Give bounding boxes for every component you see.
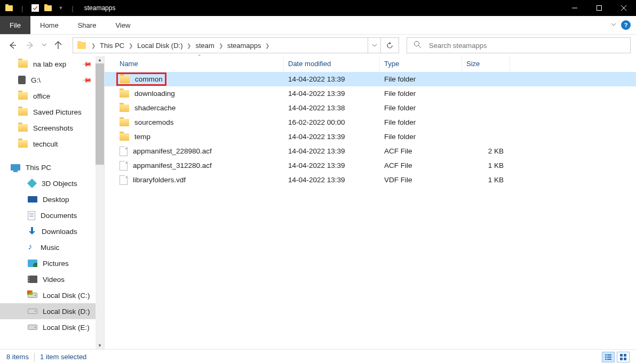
breadcrumb-sep-icon[interactable]: ❯ bbox=[185, 43, 193, 48]
sidebar-item[interactable]: techcult bbox=[0, 136, 104, 152]
recent-dropdown-icon[interactable] bbox=[42, 42, 47, 48]
file-row[interactable]: appmanifest_312280.acf 14-04-2022 13:39 … bbox=[105, 158, 636, 173]
cell-date: 14-04-2022 13:39 bbox=[284, 161, 380, 169]
sidebar-item[interactable]: Documents bbox=[0, 207, 104, 223]
file-name: sourcemods bbox=[134, 118, 174, 126]
tab-view[interactable]: View bbox=[106, 16, 140, 34]
column-header-size[interactable]: Size bbox=[462, 56, 510, 71]
file-row[interactable]: libraryfolders.vdf 14-04-2022 13:39 VDF … bbox=[105, 173, 636, 187]
sidebar-item[interactable]: Desktop bbox=[0, 191, 104, 207]
tab-share[interactable]: Share bbox=[68, 16, 106, 34]
sidebar-item[interactable]: Saved Pictures bbox=[0, 104, 104, 120]
qat-dropdown-icon[interactable]: ▼ bbox=[58, 5, 63, 11]
sidebar-item[interactable]: Screenshots bbox=[0, 120, 104, 136]
cell-type: File folder bbox=[380, 75, 462, 83]
folder-icon bbox=[120, 90, 129, 98]
column-header-name[interactable]: Name ⌃ bbox=[115, 56, 284, 71]
app-icon bbox=[5, 5, 13, 11]
addressbar[interactable]: ❯ This PC ❯ Local Disk (D:) ❯ steam ❯ st… bbox=[73, 37, 399, 53]
statusbar: 8 items 1 item selected bbox=[0, 349, 636, 364]
file-icon bbox=[120, 161, 128, 171]
cell-type: File folder bbox=[380, 133, 462, 141]
scroll-thumb[interactable] bbox=[96, 63, 104, 165]
view-large-button[interactable] bbox=[617, 352, 630, 362]
svg-rect-9 bbox=[605, 354, 607, 355]
scrollbar[interactable]: ▲ ▼ bbox=[96, 56, 104, 349]
sidebar-item[interactable]: Local Disk (E:) bbox=[0, 319, 104, 335]
column-header-date[interactable]: Date modified bbox=[284, 56, 380, 71]
ribbon-expand-icon[interactable] bbox=[610, 21, 617, 29]
sidebar-item[interactable]: Videos bbox=[0, 271, 104, 287]
sidebar-item[interactable]: na lab exp📌 bbox=[0, 56, 104, 72]
cell-type: ACF File bbox=[380, 161, 462, 169]
navbar: ❯ This PC ❯ Local Disk (D:) ❯ steam ❯ st… bbox=[0, 35, 636, 56]
sidebar-item[interactable]: G:\📌 bbox=[0, 72, 104, 88]
cell-name: temp bbox=[115, 133, 284, 141]
cell-date: 16-02-2022 00:00 bbox=[284, 118, 380, 126]
search-input[interactable] bbox=[429, 42, 630, 50]
sidebar-item[interactable]: 3D Objects bbox=[0, 175, 104, 191]
searchbox[interactable] bbox=[407, 37, 631, 53]
sidebar-item-label: Saved Pictures bbox=[33, 108, 82, 116]
minimize-button[interactable] bbox=[562, 0, 587, 16]
file-name: appmanifest_228980.acf bbox=[133, 147, 212, 155]
breadcrumb-sep-icon[interactable]: ❯ bbox=[217, 43, 225, 48]
help-button[interactable]: ? bbox=[621, 20, 631, 30]
sidebar-item-label: Music bbox=[41, 244, 59, 252]
folder-icon bbox=[18, 140, 28, 148]
cell-type: File folder bbox=[380, 104, 462, 112]
svg-rect-15 bbox=[620, 354, 623, 357]
breadcrumb-item[interactable]: steam bbox=[193, 42, 216, 50]
breadcrumb-item[interactable]: This PC bbox=[98, 42, 126, 50]
file-name: libraryfolders.vdf bbox=[133, 176, 186, 184]
svg-rect-16 bbox=[624, 354, 626, 357]
maximize-button[interactable] bbox=[587, 0, 611, 16]
file-row[interactable]: downloading 14-04-2022 13:39 File folder bbox=[105, 86, 636, 101]
cell-type: VDF File bbox=[380, 176, 462, 184]
sidebar-item-label: Videos bbox=[43, 276, 65, 284]
folder-icon bbox=[120, 76, 130, 83]
address-dropdown-icon[interactable] bbox=[368, 38, 380, 53]
close-button[interactable] bbox=[611, 0, 636, 16]
breadcrumb-item[interactable]: Local Disk (D:) bbox=[135, 42, 185, 50]
cell-name: shadercache bbox=[115, 104, 284, 112]
svg-rect-10 bbox=[607, 354, 611, 355]
breadcrumb-sep-icon[interactable]: ❯ bbox=[263, 43, 272, 48]
breadcrumb-item[interactable]: steamapps bbox=[225, 42, 264, 50]
sidebar: na lab exp📌G:\📌officeSaved PicturesScree… bbox=[0, 56, 105, 349]
sidebar-item[interactable]: Downloads bbox=[0, 223, 104, 239]
file-name: common bbox=[135, 75, 163, 83]
scroll-down-icon[interactable]: ▼ bbox=[96, 342, 104, 349]
sd-card-icon bbox=[18, 76, 26, 84]
file-row[interactable]: shadercache 14-04-2022 13:38 File folder bbox=[105, 101, 636, 115]
back-button[interactable] bbox=[5, 38, 19, 52]
svg-rect-18 bbox=[624, 358, 626, 360]
sidebar-item[interactable]: Pictures bbox=[0, 255, 104, 271]
breadcrumb-sep-icon[interactable]: ❯ bbox=[89, 43, 98, 48]
refresh-button[interactable] bbox=[380, 38, 399, 53]
sidebar-item-thispc[interactable]: This PC bbox=[0, 159, 104, 175]
svg-rect-12 bbox=[607, 357, 611, 358]
file-row[interactable]: sourcemods 16-02-2022 00:00 File folder bbox=[105, 115, 636, 130]
file-row[interactable]: appmanifest_228980.acf 14-04-2022 13:39 … bbox=[105, 144, 636, 158]
sidebar-item[interactable]: office bbox=[0, 88, 104, 104]
forward-button[interactable] bbox=[23, 38, 37, 52]
svg-line-8 bbox=[419, 46, 422, 48]
pin-icon: 📌 bbox=[82, 75, 93, 86]
up-button[interactable] bbox=[51, 38, 65, 52]
view-details-button[interactable] bbox=[602, 352, 615, 362]
column-header-type[interactable]: Type bbox=[380, 56, 462, 71]
search-icon bbox=[414, 41, 422, 50]
file-menu[interactable]: File bbox=[0, 16, 30, 34]
breadcrumb-sep-icon[interactable]: ❯ bbox=[126, 43, 135, 48]
sidebar-item[interactable]: ♪Music bbox=[0, 239, 104, 255]
sidebar-item[interactable]: Local Disk (D:) bbox=[0, 303, 104, 319]
sidebar-item[interactable]: Local Disk (C:) bbox=[0, 287, 104, 303]
scroll-up-icon[interactable]: ▲ bbox=[96, 56, 104, 63]
qat-folder-icon[interactable] bbox=[44, 5, 52, 11]
file-row[interactable]: common 14-04-2022 13:39 File folder bbox=[105, 72, 636, 86]
qat-save-icon[interactable] bbox=[31, 4, 39, 12]
tab-home[interactable]: Home bbox=[30, 16, 68, 34]
file-row[interactable]: temp 14-04-2022 13:39 File folder bbox=[105, 130, 636, 144]
file-name: appmanifest_312280.acf bbox=[133, 161, 212, 169]
